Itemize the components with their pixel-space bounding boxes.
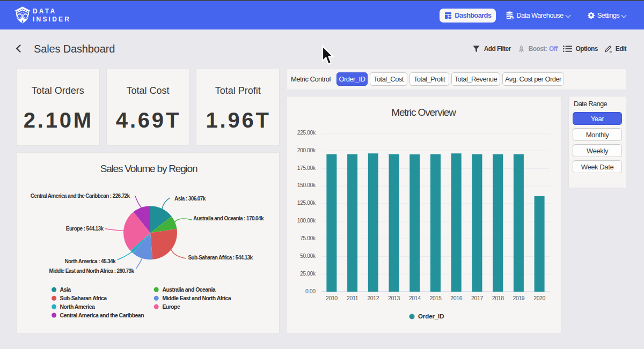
svg-text:75.00k: 75.00k xyxy=(300,235,316,241)
svg-text:Asia: Asia xyxy=(60,286,71,293)
svg-text:2015: 2015 xyxy=(430,295,442,301)
svg-text:Australia and Oceania : 170.04: Australia and Oceania : 170.04k xyxy=(193,216,264,221)
svg-text:2011: 2011 xyxy=(347,295,358,301)
svg-text:50.00k: 50.00k xyxy=(300,253,316,259)
svg-text:225.00k: 225.00k xyxy=(297,129,316,136)
svg-text:Australia and Oceania: Australia and Oceania xyxy=(162,286,215,293)
svg-text:Central America and the Caribb: Central America and the Caribbean xyxy=(60,312,144,318)
svg-text:Sub-Saharan Africa : 544.13k: Sub-Saharan Africa : 544.13k xyxy=(188,255,253,261)
svg-text:175.00k: 175.00k xyxy=(297,165,316,171)
svg-text:2020: 2020 xyxy=(533,295,545,301)
svg-text:Sales Volume by Region: Sales Volume by Region xyxy=(100,163,197,174)
svg-text:150.00k: 150.00k xyxy=(297,182,316,188)
svg-text:Europe: Europe xyxy=(162,303,180,310)
svg-text:2013: 2013 xyxy=(388,295,400,301)
svg-text:Europe : 544.13k: Europe : 544.13k xyxy=(66,226,104,232)
svg-text:2014: 2014 xyxy=(409,295,421,301)
svg-text:0.00: 0.00 xyxy=(305,288,316,294)
svg-text:Middle East and North Africa: Middle East and North Africa xyxy=(162,295,231,301)
svg-text:Middle East and North Africa :: Middle East and North Africa : 260.73k xyxy=(49,268,135,274)
svg-text:200.00k: 200.00k xyxy=(297,147,316,153)
svg-text:North America: North America xyxy=(60,303,96,310)
svg-text:125.00k: 125.00k xyxy=(297,199,316,206)
svg-text:25.00k: 25.00k xyxy=(300,270,316,277)
svg-text:Metric Overview: Metric Overview xyxy=(391,107,456,118)
svg-text:Sub-Saharan Africa: Sub-Saharan Africa xyxy=(60,295,107,301)
svg-text:Order_ID: Order_ID xyxy=(418,313,444,320)
svg-text:2012: 2012 xyxy=(367,295,379,301)
svg-text:100.00k: 100.00k xyxy=(297,217,316,224)
svg-text:North America : 45.34k: North America : 45.34k xyxy=(65,258,116,264)
svg-text:2018: 2018 xyxy=(492,295,504,301)
svg-text:2016: 2016 xyxy=(450,295,462,301)
svg-text:2017: 2017 xyxy=(471,295,483,301)
svg-text:Central America and the Caribb: Central America and the Caribbean : 226.… xyxy=(31,193,130,199)
svg-text:2019: 2019 xyxy=(513,295,525,301)
svg-text:Asia : 306.07k: Asia : 306.07k xyxy=(174,196,206,202)
svg-text:2010: 2010 xyxy=(326,295,338,301)
